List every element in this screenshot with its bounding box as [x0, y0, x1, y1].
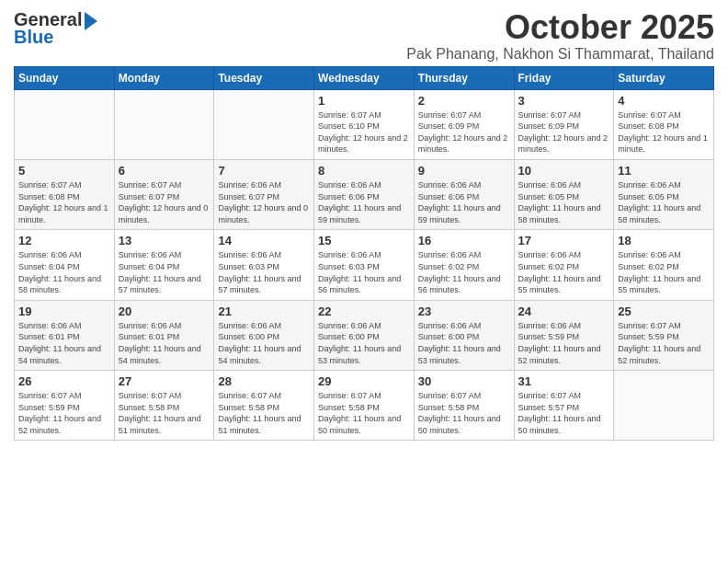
day-info: Sunrise: 6:07 AM Sunset: 5:58 PM Dayligh… [119, 390, 210, 436]
day-number: 10 [518, 164, 610, 178]
calendar-cell: 21Sunrise: 6:06 AM Sunset: 6:00 PM Dayli… [214, 300, 314, 370]
day-number: 1 [318, 94, 410, 108]
day-info: Sunrise: 6:06 AM Sunset: 6:05 PM Dayligh… [618, 179, 710, 225]
calendar-cell [214, 89, 314, 159]
month-title: October 2025 [406, 9, 714, 46]
calendar-cell: 1Sunrise: 6:07 AM Sunset: 6:10 PM Daylig… [314, 89, 415, 159]
day-number: 6 [119, 164, 210, 178]
day-number: 28 [218, 374, 310, 388]
day-info: Sunrise: 6:06 AM Sunset: 6:06 PM Dayligh… [318, 179, 410, 225]
calendar-cell [15, 89, 115, 159]
day-number: 27 [119, 374, 210, 388]
day-info: Sunrise: 6:07 AM Sunset: 5:58 PM Dayligh… [218, 390, 310, 436]
calendar-header-tuesday: Tuesday [214, 66, 314, 89]
day-number: 5 [18, 164, 110, 178]
day-info: Sunrise: 6:06 AM Sunset: 6:02 PM Dayligh… [618, 249, 710, 295]
logo-triangle [85, 12, 97, 30]
day-info: Sunrise: 6:06 AM Sunset: 6:07 PM Dayligh… [218, 179, 310, 225]
day-number: 26 [18, 374, 110, 388]
day-number: 15 [318, 234, 410, 247]
header: General Blue October 2025 Pak Phanang, N… [14, 9, 714, 63]
calendar-header-friday: Friday [514, 66, 614, 89]
day-number: 3 [518, 94, 610, 108]
logo-blue: Blue [14, 27, 53, 48]
day-number: 19 [18, 304, 110, 318]
logo: General Blue [14, 9, 97, 48]
calendar-cell: 7Sunrise: 6:06 AM Sunset: 6:07 PM Daylig… [214, 159, 314, 229]
day-number: 2 [418, 94, 510, 108]
calendar-header-sunday: Sunday [15, 66, 115, 89]
calendar-cell: 24Sunrise: 6:06 AM Sunset: 5:59 PM Dayli… [514, 300, 614, 370]
calendar-header-thursday: Thursday [414, 66, 514, 89]
calendar-cell: 3Sunrise: 6:07 AM Sunset: 6:09 PM Daylig… [514, 89, 614, 159]
calendar-header-row: SundayMondayTuesdayWednesdayThursdayFrid… [15, 66, 714, 89]
day-info: Sunrise: 6:06 AM Sunset: 6:04 PM Dayligh… [18, 249, 110, 295]
calendar-cell: 8Sunrise: 6:06 AM Sunset: 6:06 PM Daylig… [314, 159, 415, 229]
day-number: 22 [318, 304, 410, 318]
day-info: Sunrise: 6:07 AM Sunset: 6:09 PM Dayligh… [418, 109, 510, 155]
calendar-week-3: 12Sunrise: 6:06 AM Sunset: 6:04 PM Dayli… [15, 230, 714, 300]
calendar-week-1: 1Sunrise: 6:07 AM Sunset: 6:10 PM Daylig… [15, 89, 714, 159]
day-number: 4 [618, 94, 710, 108]
day-info: Sunrise: 6:07 AM Sunset: 6:09 PM Dayligh… [518, 109, 610, 155]
day-info: Sunrise: 6:07 AM Sunset: 5:57 PM Dayligh… [518, 390, 610, 436]
calendar-cell: 10Sunrise: 6:06 AM Sunset: 6:05 PM Dayli… [514, 159, 614, 229]
day-info: Sunrise: 6:06 AM Sunset: 6:02 PM Dayligh… [518, 249, 610, 295]
page: General Blue October 2025 Pak Phanang, N… [0, 0, 728, 454]
calendar-cell: 31Sunrise: 6:07 AM Sunset: 5:57 PM Dayli… [514, 371, 614, 441]
calendar-cell: 9Sunrise: 6:06 AM Sunset: 6:06 PM Daylig… [414, 159, 514, 229]
day-number: 16 [418, 234, 510, 247]
day-number: 18 [618, 234, 710, 247]
day-number: 29 [318, 374, 410, 388]
calendar-cell: 30Sunrise: 6:07 AM Sunset: 5:58 PM Dayli… [414, 371, 514, 441]
calendar-week-2: 5Sunrise: 6:07 AM Sunset: 6:08 PM Daylig… [15, 159, 714, 229]
day-number: 13 [119, 234, 210, 247]
day-number: 14 [218, 234, 310, 247]
calendar-header-monday: Monday [114, 66, 214, 89]
calendar-week-5: 26Sunrise: 6:07 AM Sunset: 5:59 PM Dayli… [15, 371, 714, 441]
day-info: Sunrise: 6:07 AM Sunset: 5:58 PM Dayligh… [318, 390, 410, 436]
day-number: 24 [518, 304, 610, 318]
day-info: Sunrise: 6:07 AM Sunset: 5:59 PM Dayligh… [618, 320, 710, 366]
calendar-cell: 11Sunrise: 6:06 AM Sunset: 6:05 PM Dayli… [614, 159, 714, 229]
calendar-cell: 4Sunrise: 6:07 AM Sunset: 6:08 PM Daylig… [614, 89, 714, 159]
day-info: Sunrise: 6:07 AM Sunset: 5:59 PM Dayligh… [18, 390, 110, 436]
calendar-cell: 17Sunrise: 6:06 AM Sunset: 6:02 PM Dayli… [514, 230, 614, 300]
calendar-cell: 2Sunrise: 6:07 AM Sunset: 6:09 PM Daylig… [414, 89, 514, 159]
day-info: Sunrise: 6:06 AM Sunset: 6:05 PM Dayligh… [518, 179, 610, 225]
day-info: Sunrise: 6:06 AM Sunset: 6:03 PM Dayligh… [218, 249, 310, 295]
day-info: Sunrise: 6:06 AM Sunset: 6:01 PM Dayligh… [18, 320, 110, 366]
day-number: 31 [518, 374, 610, 388]
day-number: 9 [418, 164, 510, 178]
calendar-cell: 23Sunrise: 6:06 AM Sunset: 6:00 PM Dayli… [414, 300, 514, 370]
calendar-cell: 18Sunrise: 6:06 AM Sunset: 6:02 PM Dayli… [614, 230, 714, 300]
calendar-cell: 27Sunrise: 6:07 AM Sunset: 5:58 PM Dayli… [114, 371, 214, 441]
day-number: 20 [119, 304, 210, 318]
day-number: 12 [18, 234, 110, 247]
day-info: Sunrise: 6:06 AM Sunset: 6:01 PM Dayligh… [119, 320, 210, 366]
calendar-cell [114, 89, 214, 159]
calendar-week-4: 19Sunrise: 6:06 AM Sunset: 6:01 PM Dayli… [15, 300, 714, 370]
day-info: Sunrise: 6:06 AM Sunset: 6:00 PM Dayligh… [418, 320, 510, 366]
day-number: 7 [218, 164, 310, 178]
calendar-cell: 20Sunrise: 6:06 AM Sunset: 6:01 PM Dayli… [114, 300, 214, 370]
calendar-cell: 26Sunrise: 6:07 AM Sunset: 5:59 PM Dayli… [15, 371, 115, 441]
calendar-cell: 13Sunrise: 6:06 AM Sunset: 6:04 PM Dayli… [114, 230, 214, 300]
day-info: Sunrise: 6:07 AM Sunset: 6:07 PM Dayligh… [119, 179, 210, 225]
day-info: Sunrise: 6:07 AM Sunset: 6:10 PM Dayligh… [318, 109, 410, 155]
calendar: SundayMondayTuesdayWednesdayThursdayFrid… [14, 66, 714, 442]
day-info: Sunrise: 6:06 AM Sunset: 6:00 PM Dayligh… [318, 320, 410, 366]
day-info: Sunrise: 6:06 AM Sunset: 6:03 PM Dayligh… [318, 249, 410, 295]
calendar-cell: 28Sunrise: 6:07 AM Sunset: 5:58 PM Dayli… [214, 371, 314, 441]
calendar-cell: 16Sunrise: 6:06 AM Sunset: 6:02 PM Dayli… [414, 230, 514, 300]
title-section: October 2025 Pak Phanang, Nakhon Si Tham… [406, 9, 714, 63]
calendar-cell: 15Sunrise: 6:06 AM Sunset: 6:03 PM Dayli… [314, 230, 415, 300]
day-number: 17 [518, 234, 610, 247]
calendar-cell: 22Sunrise: 6:06 AM Sunset: 6:00 PM Dayli… [314, 300, 415, 370]
day-info: Sunrise: 6:06 AM Sunset: 6:02 PM Dayligh… [418, 249, 510, 295]
day-info: Sunrise: 6:06 AM Sunset: 5:59 PM Dayligh… [518, 320, 610, 366]
day-number: 11 [618, 164, 710, 178]
calendar-cell: 5Sunrise: 6:07 AM Sunset: 6:08 PM Daylig… [15, 159, 115, 229]
calendar-cell [614, 371, 714, 441]
calendar-cell: 25Sunrise: 6:07 AM Sunset: 5:59 PM Dayli… [614, 300, 714, 370]
